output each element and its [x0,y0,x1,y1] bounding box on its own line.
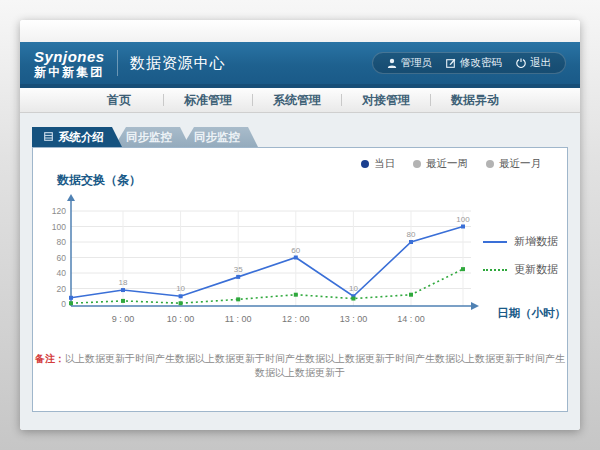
svg-text:40: 40 [57,268,67,278]
app-header: Synjones 新中新集团 数据资源中心 管理员 修改密码 [20,42,580,88]
x-axis-title: 日期（小时） [497,306,566,321]
app-window: Synjones 新中新集团 数据资源中心 管理员 修改密码 [20,20,580,430]
change-password-button[interactable]: 修改密码 [446,56,502,70]
logo-text-cn: 新中新集团 [34,66,104,78]
svg-text:100: 100 [456,215,470,224]
user-icon [387,58,397,68]
tab-label: 同步监控 [194,130,240,145]
svg-text:18: 18 [119,278,128,287]
svg-text:0: 0 [61,299,66,309]
radio-label: 最近一周 [426,157,468,171]
svg-text:35: 35 [234,265,243,274]
legend-item-new-data: 新增数据 [483,234,558,249]
svg-text:12 : 00: 12 : 00 [282,314,310,324]
chart-panel: 当日 最近一周 最近一月 数据交换（条） 0204060801001209 : … [32,147,568,412]
svg-text:11 : 00: 11 : 00 [225,314,252,324]
tab-bar: 系统介绍 同步监控 同步监控 [32,127,258,147]
radio-label: 当日 [374,157,395,171]
radio-label: 最近一月 [499,157,541,171]
document-grid-icon [44,131,53,143]
nav-item-standard-mgmt[interactable]: 标准管理 [164,92,252,109]
svg-text:80: 80 [57,237,67,247]
footnote: 备注：以上数据更新于时间产生数据以上数据更新于时间产生数据以上数据更新于时间产生… [33,352,567,380]
radio-dot-icon [361,160,369,168]
svg-text:60: 60 [57,253,67,263]
svg-text:14 : 00: 14 : 00 [397,314,425,324]
nav-item-home[interactable]: 首页 [75,92,163,109]
logout-button[interactable]: 退出 [516,56,551,70]
svg-text:20: 20 [57,284,67,294]
dotted-line-icon [483,269,507,271]
legend-label: 更新数据 [514,262,558,277]
content-area: 系统介绍 同步监控 同步监控 当日 最近一周 [20,113,580,430]
svg-text:10 : 00: 10 : 00 [167,314,195,324]
current-user-button[interactable]: 管理员 [387,56,433,70]
logo-divider [117,50,118,76]
power-icon [516,58,526,68]
tab-sync-monitor-2[interactable]: 同步监控 [182,127,258,147]
tab-label: 同步监控 [126,130,172,145]
page-title: 数据资源中心 [130,54,226,73]
svg-text:9 : 00: 9 : 00 [112,314,135,324]
logout-label: 退出 [530,56,551,70]
user-toolbar: 管理员 修改密码 退出 [372,52,567,74]
svg-text:60: 60 [291,246,300,255]
legend-item-updated-data: 更新数据 [483,262,558,277]
svg-text:10: 10 [176,284,185,293]
current-user-label: 管理员 [401,56,433,70]
radio-dot-icon [486,160,494,168]
svg-text:100: 100 [52,222,66,232]
logo-text-en: Synjones [34,49,105,64]
edit-icon [446,58,456,68]
tab-sync-monitor-1[interactable]: 同步监控 [114,127,190,147]
nav-item-docking-mgmt[interactable]: 对接管理 [342,92,430,109]
window-top-strip [20,20,580,42]
line-chart: 0204060801001209 : 0010 : 0011 : 0012 : … [43,186,487,328]
change-password-label: 修改密码 [460,56,502,70]
legend-label: 新增数据 [514,234,558,249]
radio-last-month[interactable]: 最近一月 [486,157,541,171]
tab-system-intro[interactable]: 系统介绍 [32,127,122,147]
footnote-label: 备注： [35,353,65,364]
svg-text:120: 120 [52,206,66,216]
svg-text:80: 80 [407,230,416,239]
chart-legend: 新增数据 更新数据 [483,234,558,277]
footnote-text: 以上数据更新于时间产生数据以上数据更新于时间产生数据以上数据更新于时间产生数据以… [65,353,565,378]
radio-last-week[interactable]: 最近一周 [413,157,468,171]
main-nav: 首页 标准管理 系统管理 对接管理 数据异动 [20,88,580,113]
radio-dot-icon [413,160,421,168]
svg-text:13 : 00: 13 : 00 [340,314,368,324]
tab-label: 系统介绍 [58,130,104,145]
solid-line-icon [483,241,507,243]
radio-today[interactable]: 当日 [361,157,395,171]
svg-text:10: 10 [349,284,358,293]
time-range-filter: 当日 最近一周 最近一月 [361,157,541,171]
nav-item-system-mgmt[interactable]: 系统管理 [253,92,341,109]
nav-item-data-changes[interactable]: 数据异动 [431,92,519,109]
company-logo: Synjones 新中新集团 [34,49,117,78]
